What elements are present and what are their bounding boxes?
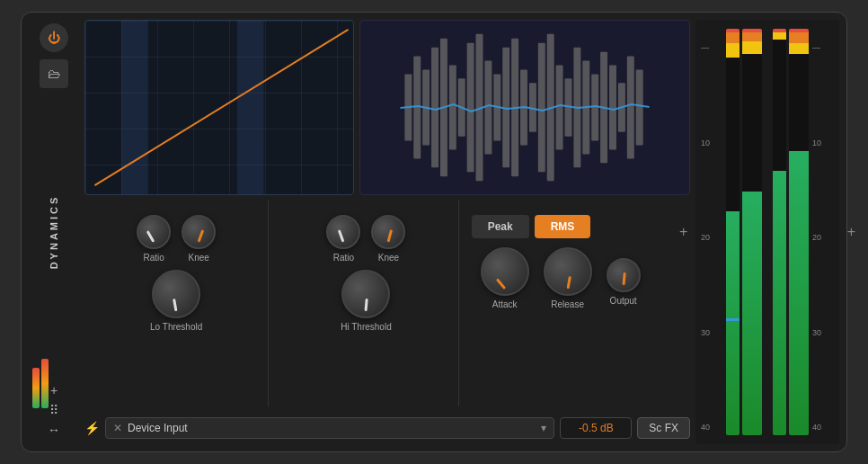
device-select[interactable]: ✕ Device Input ▾ xyxy=(105,417,554,439)
route-button[interactable]: ↔ xyxy=(48,423,60,437)
controls-area: Ratio Knee Lo Threshold xyxy=(84,201,690,406)
output-group: Output xyxy=(607,251,641,306)
mini-meters xyxy=(32,354,49,408)
bottom-bar: ⚡ ✕ Device Input ▾ -0.5 dB Sc FX xyxy=(84,412,690,444)
svg-rect-20 xyxy=(556,65,563,149)
meter-bar-3-bg xyxy=(773,29,786,435)
yellow-seg-2 xyxy=(742,41,762,54)
yellow-seg-3 xyxy=(773,32,786,40)
lo-threshold-section: Ratio Knee Lo Threshold xyxy=(84,201,269,406)
release-knob[interactable] xyxy=(544,247,592,296)
hi-threshold-section: Ratio Knee Hi Threshold xyxy=(274,201,458,406)
svg-rect-29 xyxy=(636,69,643,145)
lo-threshold-knob[interactable] xyxy=(152,270,200,318)
mini-meter-left xyxy=(32,368,40,408)
hi-knee-label: Knee xyxy=(378,253,399,263)
hi-ratio-knob[interactable] xyxy=(326,215,360,249)
svg-rect-28 xyxy=(627,57,634,159)
attack-release-row: Attack Release Output xyxy=(472,244,683,313)
main-content: Ratio Knee Lo Threshold xyxy=(84,20,690,444)
meter-bar-2-bg xyxy=(742,29,762,435)
hi-ratio-label: Ratio xyxy=(333,253,354,263)
svg-rect-24 xyxy=(591,74,598,140)
chevron-down-icon: ▾ xyxy=(541,422,546,434)
hi-knee-group: Knee xyxy=(371,215,405,263)
meter-bar-1-bg xyxy=(726,29,740,435)
lo-ratio-knob[interactable] xyxy=(137,215,171,249)
waveform-display xyxy=(359,20,690,195)
hi-ratio-group: Ratio xyxy=(326,215,360,263)
detection-section: Peak RMS Attack xyxy=(465,201,690,406)
transfer-graph xyxy=(84,20,354,195)
orange-seg-4 xyxy=(789,32,809,43)
top-row xyxy=(84,20,690,195)
blue-marker-1 xyxy=(726,318,740,321)
peak-rms-row: Peak RMS xyxy=(472,208,683,238)
lo-ratio-label: Ratio xyxy=(143,253,164,263)
svg-rect-26 xyxy=(609,65,616,149)
add-left-button[interactable]: + xyxy=(50,383,58,397)
svg-rect-12 xyxy=(484,61,492,155)
green-fill-1 xyxy=(726,211,740,435)
lo-ratio-group: Ratio xyxy=(137,215,171,263)
peak-button[interactable]: Peak xyxy=(472,215,529,238)
meter-gap xyxy=(765,29,770,435)
attack-knob[interactable] xyxy=(481,247,529,296)
meter-bar-3 xyxy=(773,29,786,435)
rms-button[interactable]: RMS xyxy=(535,215,591,238)
green-fill-3 xyxy=(773,171,786,435)
yellow-seg-4 xyxy=(789,43,809,54)
meter-bars xyxy=(724,25,810,439)
attack-group: Attack xyxy=(481,247,529,309)
hi-knob-row: Ratio Knee xyxy=(323,208,409,266)
svg-rect-6 xyxy=(431,48,438,168)
lo-threshold-group: Lo Threshold xyxy=(150,266,202,337)
output-knob[interactable] xyxy=(607,258,641,292)
hi-threshold-group: Hi Threshold xyxy=(341,266,392,337)
yellow-seg-1 xyxy=(726,43,740,58)
meter-bar-4 xyxy=(789,29,809,435)
dots-button[interactable]: ⠿ xyxy=(49,403,58,417)
svg-rect-10 xyxy=(467,43,474,173)
lo-knee-label: Knee xyxy=(188,253,208,263)
meter-scale-right: — 10 20 30 40 xyxy=(810,25,836,439)
meters-section: + — 10 20 30 40 xyxy=(695,20,839,444)
device-icon: ⚡ xyxy=(84,421,100,435)
svg-rect-18 xyxy=(538,43,545,173)
plugin-container: ⏻ 🗁 DYNAMICS + ⠿ ↔ xyxy=(21,12,847,452)
meter-bar-4-bg xyxy=(789,29,809,435)
lo-threshold-label: Lo Threshold xyxy=(150,322,202,332)
meter-bar-1 xyxy=(726,29,740,435)
orange-seg-2 xyxy=(742,32,762,41)
attack-label: Attack xyxy=(492,299,518,309)
sc-fx-button[interactable]: Sc FX xyxy=(637,417,690,439)
mini-meter-right xyxy=(41,359,49,408)
hi-threshold-knob[interactable] xyxy=(341,270,390,318)
graph-grid xyxy=(85,21,353,194)
hi-threshold-label: Hi Threshold xyxy=(341,322,392,332)
release-label: Release xyxy=(551,299,584,309)
add-left-meter-button[interactable]: + xyxy=(679,224,687,240)
hi-knee-knob[interactable] xyxy=(371,215,405,249)
waveform-svg xyxy=(360,21,689,194)
plugin-title: DYNAMICS xyxy=(49,195,59,270)
clear-device-button[interactable]: ✕ xyxy=(113,422,122,434)
output-label: Output xyxy=(610,296,637,306)
gain-value: -0.5 dB xyxy=(579,422,614,434)
lo-knee-knob[interactable] xyxy=(182,215,216,249)
release-group: Release xyxy=(544,247,592,309)
power-button[interactable]: ⏻ xyxy=(40,23,68,52)
device-name: Device Input xyxy=(128,422,188,434)
meter-scale-left: — 10 20 30 40 xyxy=(699,25,724,439)
svg-rect-4 xyxy=(413,57,421,159)
folder-button[interactable]: 🗁 xyxy=(40,59,68,88)
lo-knob-row: Ratio Knee xyxy=(133,208,219,266)
sidebar: ⏻ 🗁 DYNAMICS + ⠿ ↔ xyxy=(29,20,79,444)
lo-knee-group: Knee xyxy=(182,215,216,263)
green-fill-2 xyxy=(742,192,762,435)
add-right-meter-button[interactable]: + xyxy=(847,224,855,240)
gain-display: -0.5 dB xyxy=(560,417,632,439)
meter-bar-2 xyxy=(742,29,762,435)
orange-seg-1 xyxy=(726,32,740,43)
green-fill-4 xyxy=(789,151,809,435)
